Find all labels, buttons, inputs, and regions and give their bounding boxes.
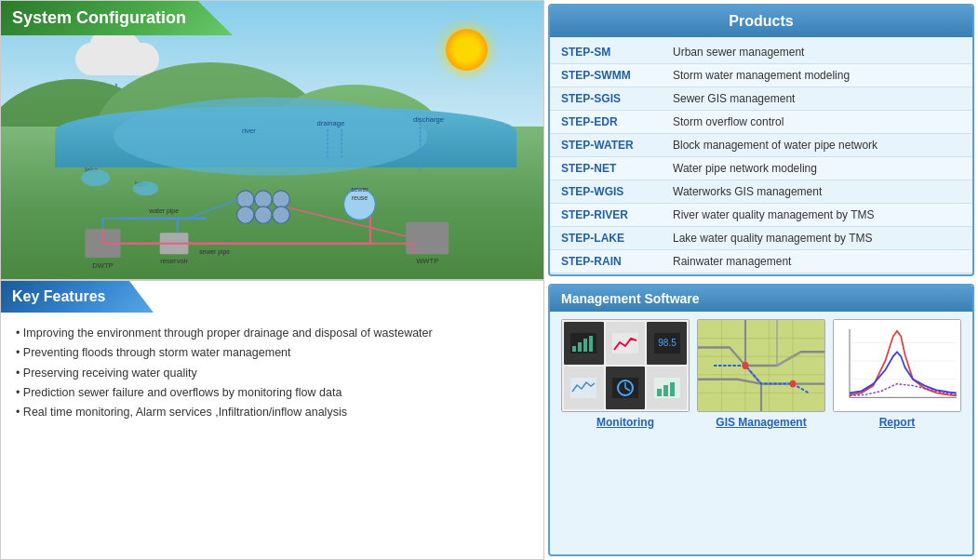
product-description-10: Water reuse management (662, 273, 972, 277)
svg-rect-59 (657, 389, 662, 396)
product-code-10: STEP-reWATER (550, 273, 662, 277)
product-description-9: Rainwater management (662, 250, 972, 273)
feature-item-1: Preventing floods through storm water ma… (16, 343, 529, 363)
svg-rect-46 (572, 346, 576, 352)
monitoring-screenshot-item: 98.5 (561, 319, 690, 429)
svg-rect-60 (663, 385, 668, 396)
mock-cell-2 (606, 322, 646, 365)
svg-rect-49 (589, 336, 593, 352)
products-table: STEP-SMUrban sewer managementSTEP-SWMMSt… (550, 41, 972, 276)
management-software-panel: Management Software (548, 284, 974, 556)
system-config-header: System Configuration (1, 1, 233, 35)
mock-cell-4 (564, 367, 604, 409)
product-row-9: STEP-RAINRainwater management (550, 250, 972, 273)
products-header: Products (550, 6, 972, 37)
product-description-5: Water pipe network modeling (662, 157, 972, 180)
product-row-4: STEP-WATERBlock management of water pipe… (550, 134, 972, 157)
key-features-panel: Key Features Improving the environment t… (0, 280, 544, 560)
mock-cell-1 (564, 322, 604, 365)
system-config-panel: System Configuration (0, 0, 544, 280)
feature-item-0: Improving the environment through proper… (16, 324, 529, 343)
report-screenshot-item: Report (833, 319, 961, 429)
monitoring-label[interactable]: Monitoring (561, 416, 690, 429)
mgmt-software-title: Management Software (561, 291, 700, 306)
cloud-icon (75, 43, 159, 75)
feature-item-2: Preserving receiving water quality (16, 364, 529, 383)
product-row-0: STEP-SMUrban sewer management (550, 41, 972, 64)
product-code-5: STEP-NET (550, 157, 662, 180)
product-row-1: STEP-SWMMStorm water management modeling (550, 64, 972, 87)
gis-label[interactable]: GIS Management (697, 416, 825, 429)
svg-rect-48 (583, 339, 587, 352)
product-description-7: River water quality management by TMS (662, 204, 972, 227)
monitoring-mock: 98.5 (562, 320, 689, 411)
sun-icon (446, 29, 488, 71)
product-code-4: STEP-WATER (550, 134, 662, 157)
product-code-6: STEP-WGIS (550, 180, 662, 204)
svg-point-72 (790, 380, 797, 388)
product-row-5: STEP-NETWater pipe network modeling (550, 157, 972, 180)
river-area (55, 107, 516, 168)
feature-item-3: Prediction sewer failure and overflows b… (16, 383, 529, 403)
report-mock (834, 320, 960, 411)
monitoring-screenshot: 98.5 (561, 319, 690, 412)
product-code-7: STEP-RIVER (550, 204, 662, 227)
product-row-6: STEP-WGISWaterworks GIS management (550, 180, 972, 204)
mock-cell-3: 98.5 (647, 322, 687, 365)
product-description-8: Lake water quality management by TMS (662, 227, 972, 250)
product-description-0: Urban sewer management (662, 41, 972, 64)
product-row-8: STEP-LAKELake water quality management b… (550, 227, 972, 250)
mgmt-screenshots-container: 98.5 (550, 312, 972, 436)
product-row-7: STEP-RIVERRiver water quality management… (550, 204, 972, 227)
product-row-10: STEP-reWATERWater reuse management (550, 273, 972, 277)
product-row-2: STEP-SGISSewer GIS management (550, 87, 972, 111)
svg-rect-47 (578, 342, 582, 352)
product-description-4: Block management of water pipe network (662, 134, 972, 157)
product-description-1: Storm water management modeling (662, 64, 972, 87)
gis-mock (698, 320, 824, 411)
feature-item-4: Real time monitoring, Alarm services ,In… (16, 403, 529, 422)
product-row-3: STEP-EDRStorm overflow control (550, 111, 972, 134)
svg-rect-61 (670, 382, 675, 396)
product-code-0: STEP-SM (550, 41, 662, 64)
diagram-area: DWTP reservoir sewer reuse WWTP (1, 1, 543, 279)
svg-point-71 (743, 362, 749, 369)
svg-rect-50 (612, 333, 638, 353)
report-screenshot (833, 319, 961, 412)
main-container: System Configuration (0, 0, 978, 560)
system-config-title: System Configuration (12, 8, 186, 27)
product-description-3: Storm overflow control (662, 111, 972, 134)
gis-screenshot (697, 319, 825, 412)
key-features-title: Key Features (12, 288, 106, 304)
product-description-2: Sewer GIS management (662, 87, 972, 111)
key-features-list: Improving the environment through proper… (1, 320, 543, 430)
products-panel: Products STEP-SMUrban sewer managementST… (548, 4, 974, 276)
svg-text:98.5: 98.5 (658, 338, 677, 348)
mock-cell-5 (606, 367, 646, 409)
key-features-header: Key Features (1, 281, 162, 313)
report-label[interactable]: Report (833, 416, 961, 429)
gis-screenshot-item: GIS Management (697, 319, 825, 429)
product-code-2: STEP-SGIS (550, 87, 662, 111)
mock-cell-6 (647, 367, 687, 409)
product-code-1: STEP-SWMM (550, 64, 662, 87)
product-code-3: STEP-EDR (550, 111, 662, 134)
product-description-6: Waterworks GIS management (662, 180, 972, 204)
products-title: Products (729, 13, 793, 29)
mgmt-software-header: Management Software (550, 286, 972, 312)
product-code-8: STEP-LAKE (550, 227, 662, 250)
product-code-9: STEP-RAIN (550, 250, 662, 273)
